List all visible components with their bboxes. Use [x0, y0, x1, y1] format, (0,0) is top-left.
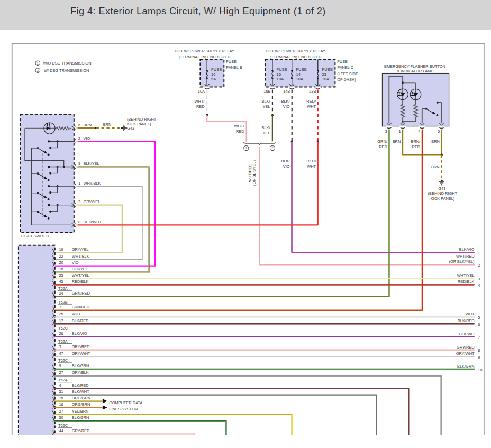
- svg-text:10A: 10A: [277, 77, 284, 81]
- svg-text:WHT: WHT: [307, 104, 316, 109]
- svg-text:ORG/BRN: ORG/BRN: [72, 402, 90, 407]
- svg-text:44: 44: [59, 428, 63, 433]
- svg-text:VIO: VIO: [283, 104, 290, 109]
- svg-text:GRY/RED: GRY/RED: [72, 344, 90, 349]
- svg-text:23B: 23B: [309, 89, 316, 94]
- svg-text:2: 2: [78, 136, 80, 141]
- svg-text:(OR BLK/YEL): (OR BLK/YEL): [449, 259, 474, 264]
- svg-text:G43: G43: [438, 186, 445, 191]
- svg-text:FUSE: FUSE: [277, 67, 288, 72]
- svg-text:(BEHIND RIGHT: (BEHIND RIGHT: [127, 117, 157, 122]
- svg-text:16B: 16B: [263, 89, 270, 94]
- svg-text:GRY/WHT: GRY/WHT: [456, 351, 475, 356]
- svg-text:5: 5: [478, 315, 480, 320]
- svg-text:BRN: BRN: [103, 122, 112, 127]
- svg-text:EMERGENCY FLASHER BUTTON: EMERGENCY FLASHER BUTTON: [384, 64, 445, 69]
- svg-text:GRY/RED: GRY/RED: [72, 428, 90, 433]
- svg-text:PANEL B: PANEL B: [226, 65, 242, 70]
- svg-text:BLK/WHT: BLK/WHT: [72, 389, 89, 394]
- svg-text:9: 9: [59, 363, 61, 368]
- svg-text:BRN: BRN: [84, 123, 92, 127]
- svg-text:14B: 14B: [283, 89, 290, 94]
- svg-text:25: 25: [59, 273, 63, 278]
- svg-text:WHT/BLK: WHT/BLK: [84, 181, 101, 186]
- svg-text:15: 15: [59, 396, 63, 400]
- svg-text:8: 8: [478, 348, 480, 353]
- svg-text:3: 3: [478, 277, 480, 281]
- svg-text:RED: RED: [412, 144, 421, 149]
- svg-text:KICK PANEL): KICK PANEL): [431, 196, 454, 201]
- svg-text:BLK/VIO: BLK/VIO: [459, 332, 475, 336]
- svg-text:FUSE: FUSE: [337, 59, 348, 64]
- svg-text:T52A: T52A: [58, 339, 68, 344]
- svg-text:RED: RED: [236, 129, 244, 134]
- svg-text:BLK/RED: BLK/RED: [72, 383, 89, 388]
- svg-text:GRY/WHT: GRY/WHT: [72, 351, 90, 356]
- svg-text:7: 7: [59, 305, 61, 309]
- svg-text:20: 20: [59, 260, 63, 265]
- svg-text:(LEFT SIDE: (LEFT SIDE: [337, 71, 358, 76]
- svg-text:5A: 5A: [211, 77, 216, 81]
- svg-text:LIGHT SWITCH: LIGHT SWITCH: [21, 234, 49, 239]
- svg-text:BLK/YEL: BLK/YEL: [84, 161, 99, 166]
- svg-text:24: 24: [59, 291, 63, 296]
- svg-text:FUSE: FUSE: [322, 67, 333, 72]
- svg-text:(TERMINAL 15) ENERGIZED: (TERMINAL 15) ENERGIZED: [179, 54, 230, 59]
- svg-text:10: 10: [478, 368, 482, 372]
- svg-text:(BEHIND RIGHT: (BEHIND RIGHT: [428, 191, 458, 196]
- svg-text:BLK/GRN: BLK/GRN: [72, 363, 89, 368]
- svg-text:OF DASH): OF DASH): [337, 77, 356, 82]
- svg-text:HOT W/ POWER SUPPLY RELAY: HOT W/ POWER SUPPLY RELAY: [266, 49, 325, 53]
- svg-text:WHT/: WHT/: [195, 99, 205, 104]
- svg-text:FUSE: FUSE: [211, 67, 222, 72]
- svg-text:PANEL C: PANEL C: [337, 65, 353, 70]
- svg-text:WHT: WHT: [307, 164, 316, 169]
- svg-text:RED/BLK: RED/BLK: [458, 279, 475, 284]
- svg-text:HOT W/ POWER SUPPLY RELAY: HOT W/ POWER SUPPLY RELAY: [175, 49, 234, 53]
- svg-text:4: 4: [418, 129, 420, 134]
- svg-text:GRN/RED: GRN/RED: [72, 291, 90, 296]
- svg-text:WHT/BLK: WHT/BLK: [72, 254, 89, 259]
- svg-text:4: 4: [59, 383, 61, 388]
- svg-text:GRY/YEL: GRY/YEL: [72, 247, 89, 252]
- svg-text:ORG/GRN: ORG/GRN: [72, 396, 90, 400]
- svg-text:16: 16: [59, 402, 63, 407]
- svg-text:50: 50: [59, 415, 63, 420]
- svg-text:9: 9: [78, 161, 80, 166]
- svg-text:8: 8: [78, 220, 80, 224]
- svg-text:9: 9: [478, 355, 480, 360]
- svg-text:19: 19: [59, 247, 63, 252]
- svg-text:T52A: T52A: [58, 286, 68, 291]
- svg-text:16: 16: [277, 72, 281, 77]
- svg-text:WHT/RED: WHT/RED: [456, 254, 475, 259]
- svg-text:BRN/: BRN/: [411, 139, 421, 144]
- svg-text:BLK/: BLK/: [281, 159, 290, 163]
- svg-text:RED: RED: [379, 144, 387, 149]
- svg-text:W/O DSG TRANSMISSION: W/O DSG TRANSMISSION: [43, 61, 92, 66]
- svg-text:BLK/VIO: BLK/VIO: [72, 331, 87, 336]
- svg-text:T52B: T52B: [58, 300, 68, 305]
- svg-text:GRY/RED: GRY/RED: [457, 345, 475, 350]
- svg-text:GRN/: GRN/: [377, 139, 387, 144]
- svg-text:BRN: BRN: [431, 164, 440, 169]
- svg-text:& INDICATOR LAMP: & INDICATOR LAMP: [397, 69, 433, 74]
- svg-text:1: 1: [37, 61, 39, 65]
- svg-text:RED/BLK: RED/BLK: [72, 279, 89, 284]
- svg-text:BLK/GRN: BLK/GRN: [72, 415, 89, 420]
- svg-text:27: 27: [59, 409, 63, 414]
- svg-text:BLK/RED: BLK/RED: [72, 318, 89, 323]
- svg-text:22: 22: [59, 254, 63, 259]
- svg-text:RED: RED: [196, 104, 205, 109]
- svg-text:T52C: T52C: [58, 326, 68, 331]
- svg-text:2: 2: [271, 146, 274, 150]
- svg-text:RED/WHT: RED/WHT: [84, 220, 102, 224]
- svg-text:10A: 10A: [322, 77, 330, 81]
- svg-text:BLK/YEL: BLK/YEL: [72, 267, 88, 271]
- svg-text:Fig 4: Exterior Lamps Circuit,: Fig 4: Exterior Lamps Circuit, W/ High E…: [70, 6, 326, 16]
- svg-text:5: 5: [438, 129, 440, 134]
- svg-text:(OR BLK/YEL): (OR BLK/YEL): [252, 160, 257, 186]
- svg-text:BLK/RED: BLK/RED: [458, 318, 475, 323]
- svg-text:10A: 10A: [198, 89, 205, 94]
- svg-text:1: 1: [478, 251, 480, 255]
- svg-text:YEL: YEL: [263, 104, 270, 109]
